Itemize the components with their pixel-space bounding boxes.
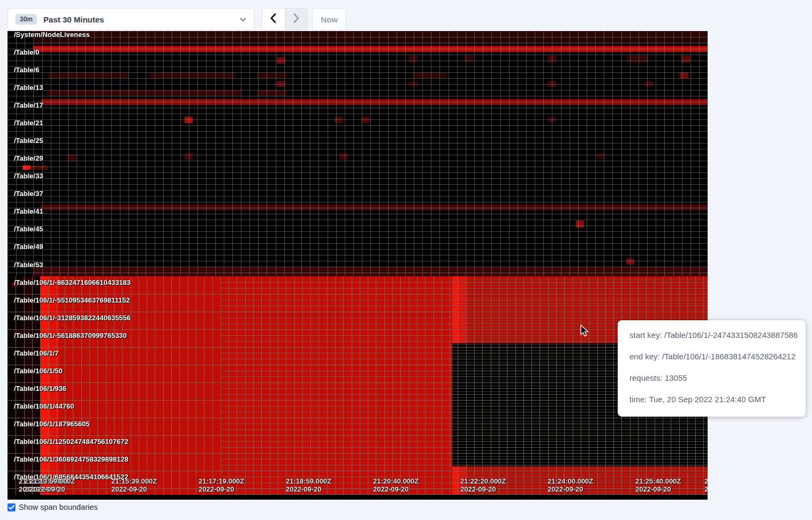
time-axis-label: 21:13:59.000Z2022-09-20 bbox=[29, 477, 75, 493]
tooltip-start-key: start key: /Table/106/1/-247433150824388… bbox=[629, 330, 794, 340]
chevron-right-icon bbox=[293, 13, 299, 25]
row-label: /Table/106/1/1250247484756107672 bbox=[14, 438, 128, 446]
next-time-button[interactable] bbox=[285, 9, 307, 30]
row-label: /Table/0 bbox=[14, 49, 39, 56]
tooltip-requests: requests: 13055 bbox=[629, 373, 794, 383]
row-label: /Table/106/1/187965605 bbox=[14, 420, 89, 428]
time-axis-label: 21:17:19.000Z2022-09-20 bbox=[199, 477, 244, 493]
row-label: /Table/33 bbox=[14, 172, 43, 180]
time-axis-label: 21:22:20.000Z2022-09-20 bbox=[460, 477, 506, 493]
row-label: /System/NodeLiveness bbox=[14, 31, 90, 39]
row-label: /Table/106/1/-561886370999765330 bbox=[14, 332, 127, 340]
time-axis-label: 21:27:20.000Z2022-09-20 bbox=[704, 477, 708, 493]
tooltip-time: time: Tue, 20 Sep 2022 21:24:40 GMT bbox=[629, 395, 794, 404]
span-boundaries-label: Show span boundaries bbox=[19, 503, 98, 511]
row-label: /Table/49 bbox=[14, 243, 43, 251]
row-label: /Table/41 bbox=[14, 208, 43, 215]
row-label: /Table/13 bbox=[14, 84, 43, 92]
row-label: /Table/106/1/50 bbox=[14, 367, 63, 375]
time-axis-label: 21:15:39.000Z2022-09-20 bbox=[111, 477, 157, 493]
row-label: /Table/29 bbox=[14, 155, 43, 162]
row-label: /Table/106/1/-5510953463769811152 bbox=[14, 297, 130, 304]
now-button[interactable]: Now bbox=[312, 8, 346, 31]
row-label: /Table/6 bbox=[14, 66, 39, 74]
chevron-down-icon bbox=[240, 14, 246, 24]
time-axis-label: 21:20:40.000Z2022-09-20 bbox=[373, 477, 419, 493]
row-label: /Table/106/1/3608924758329898128 bbox=[14, 456, 128, 463]
time-range-label: Past 30 Minutes bbox=[43, 15, 104, 24]
row-label: /Table/25 bbox=[14, 137, 43, 145]
row-label: /Table/106/1/7 bbox=[14, 350, 59, 357]
keyspace-heatmap[interactable]: /System/NodeLiveness/Table/0/Table/6/Tab… bbox=[7, 31, 708, 500]
footer-controls: Show span boundaries bbox=[7, 503, 98, 511]
row-label: /Table/45 bbox=[14, 225, 43, 233]
time-range-badge: 30m bbox=[16, 14, 37, 25]
time-nav-group bbox=[262, 8, 308, 31]
chevron-left-icon bbox=[270, 13, 276, 25]
span-boundaries-checkbox[interactable] bbox=[7, 503, 16, 511]
row-label: /Table/106/1/44760 bbox=[14, 403, 74, 410]
prev-time-button[interactable] bbox=[262, 9, 285, 30]
row-label: /Table/106/1/936 bbox=[14, 385, 66, 393]
row-label: /Table/106/1/-3128593822440635556 bbox=[14, 314, 131, 322]
time-range-dropdown[interactable]: 30m Past 30 Minutes bbox=[7, 8, 254, 31]
time-axis-label: 21:18:59.000Z2022-09-20 bbox=[286, 477, 331, 493]
row-label: /Table/106/1/-8632471606610433183 bbox=[14, 279, 131, 287]
tooltip-end-key: end key: /Table/106/1/-18683814745282642… bbox=[629, 352, 794, 361]
row-label: /Table/53 bbox=[14, 261, 43, 269]
row-label: /Table/21 bbox=[14, 119, 43, 127]
row-label: /Table/17 bbox=[14, 102, 43, 109]
time-axis-label: 21:25:40.000Z2022-09-20 bbox=[635, 477, 681, 493]
span-tooltip: start key: /Table/106/1/-247433150824388… bbox=[618, 320, 806, 417]
time-axis-label: 21:24:00.000Z2022-09-20 bbox=[548, 477, 593, 493]
row-label: /Table/37 bbox=[14, 190, 43, 198]
heatmap-canvas[interactable] bbox=[7, 31, 708, 500]
